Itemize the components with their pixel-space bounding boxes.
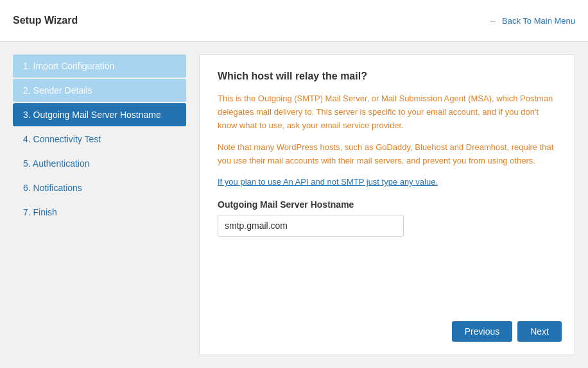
setup-wizard-title: Setup Wizard xyxy=(13,15,78,26)
back-to-main-menu-link[interactable]: ← Back To Main Menu xyxy=(489,16,575,26)
sidebar-item-authentication[interactable]: 5. Authentication xyxy=(13,152,186,175)
content-heading: Which host will relay the mail? xyxy=(218,71,557,82)
next-button[interactable]: Next xyxy=(517,321,562,342)
info-text-2: Note that many WordPress hosts, such as … xyxy=(218,141,557,168)
sidebar-item-connectivity-test[interactable]: 4. Connectivity Test xyxy=(13,128,186,151)
info-text-1: This is the Outgoing (SMTP) Mail Server,… xyxy=(218,92,557,132)
sidebar-item-outgoing-hostname[interactable]: 3. Outgoing Mail Server Hostname xyxy=(13,103,186,126)
footer-buttons: Previous Next xyxy=(452,321,562,342)
outgoing-mail-server-input[interactable] xyxy=(218,215,404,237)
sidebar-item-finish[interactable]: 7. Finish xyxy=(13,201,186,224)
previous-button[interactable]: Previous xyxy=(452,321,512,342)
back-arrow-icon: ← xyxy=(489,16,497,26)
sidebar-item-sender-details[interactable]: 2. Sender Details xyxy=(13,79,186,102)
sidebar-item-import-config[interactable]: 1. Import Configuration xyxy=(13,54,186,78)
sidebar: 1. Import Configuration 2. Sender Detail… xyxy=(13,54,186,355)
header: Setup Wizard ← Back To Main Menu xyxy=(0,0,588,42)
field-label: Outgoing Mail Server Hostname xyxy=(218,199,557,210)
api-link[interactable]: If you plan to use An API and not SMTP j… xyxy=(218,177,557,187)
main-container: 1. Import Configuration 2. Sender Detail… xyxy=(0,42,588,368)
content-panel: Which host will relay the mail? This is … xyxy=(199,54,575,355)
sidebar-item-notifications[interactable]: 6. Notifications xyxy=(13,176,186,199)
